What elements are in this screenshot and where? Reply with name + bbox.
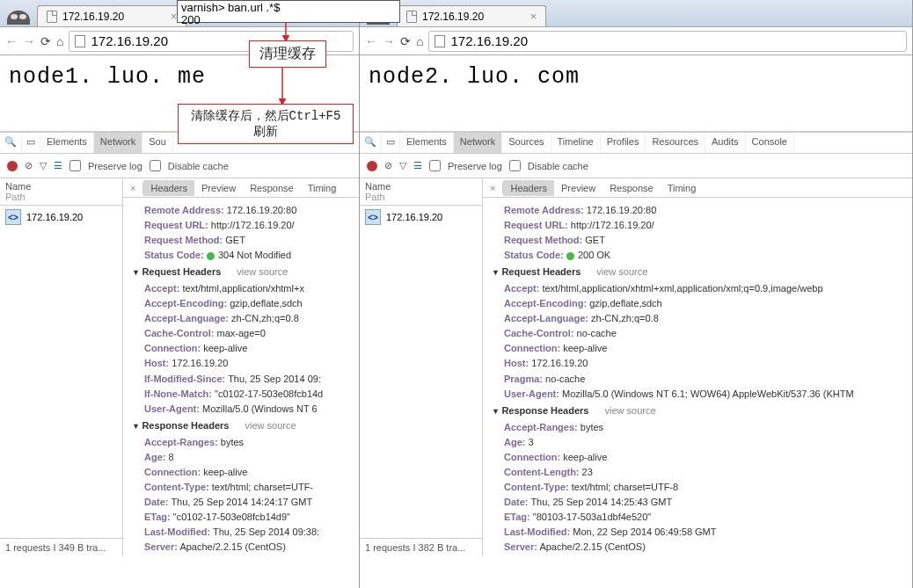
tab-audits[interactable]: Audits bbox=[705, 133, 746, 153]
page-title: node2. luo. com bbox=[369, 64, 903, 90]
status-bar: 1 requests I 349 B tra... bbox=[0, 538, 122, 556]
doc-icon: <> bbox=[5, 209, 21, 225]
request-list: NamePath <> 172.16.19.20 1 requests I 38… bbox=[360, 178, 483, 556]
preserve-log-label: Preserve log bbox=[88, 161, 142, 171]
tab-headers[interactable]: Headers bbox=[503, 180, 554, 196]
clear-icon[interactable]: ⊘ bbox=[384, 160, 392, 171]
view-icon[interactable]: ☰ bbox=[54, 160, 62, 171]
record-button[interactable] bbox=[7, 161, 18, 171]
forward-button: → bbox=[23, 34, 35, 48]
reload-button[interactable]: ⟳ bbox=[40, 34, 51, 48]
tab-elements[interactable]: Elements bbox=[40, 133, 94, 153]
network-toolbar: ⊘ ▽ ☰ Preserve log Disable cache bbox=[360, 154, 912, 178]
preserve-log-checkbox[interactable] bbox=[69, 160, 81, 171]
tab-console[interactable]: Console bbox=[746, 133, 794, 153]
preserve-log-label: Preserve log bbox=[448, 161, 502, 171]
browser-window-left: 172.16.19.20 × ← → ⟳ ⌂ 172.16.19.20 node… bbox=[0, 0, 360, 588]
varnish-command: varnish> ban.url .*$200 bbox=[177, 0, 400, 23]
forward-button: → bbox=[383, 34, 395, 48]
request-row[interactable]: <> 172.16.19.20 bbox=[0, 206, 122, 229]
filter-icon[interactable]: ▽ bbox=[40, 160, 47, 171]
url-text: 172.16.19.20 bbox=[91, 33, 168, 48]
network-toolbar: ⊘ ▽ ☰ Preserve log Disable cache bbox=[0, 154, 359, 178]
close-details[interactable]: × bbox=[123, 183, 143, 193]
status-bar: 1 requests I 382 B tra... bbox=[360, 538, 482, 556]
disable-cache-label: Disable cache bbox=[168, 161, 229, 171]
tab-timing[interactable]: Timing bbox=[661, 180, 704, 196]
headers-pane: Remote Address: 172.16.19.20:80Request U… bbox=[123, 198, 359, 556]
back-button[interactable]: ← bbox=[5, 34, 18, 48]
search-icon[interactable]: 🔍 bbox=[360, 133, 382, 153]
view-icon[interactable]: ☰ bbox=[413, 160, 422, 171]
nav-bar: ← → ⟳ ⌂ 172.16.19.20 bbox=[360, 27, 912, 55]
page-content: node2. luo. com bbox=[360, 55, 912, 133]
file-icon bbox=[435, 35, 445, 47]
disable-cache-checkbox[interactable] bbox=[509, 160, 521, 171]
tab-headers[interactable]: Headers bbox=[143, 180, 194, 196]
tab-resources[interactable]: Resources bbox=[646, 133, 705, 153]
record-button[interactable] bbox=[367, 161, 377, 171]
tab-title: 172.16.19.20 bbox=[62, 11, 124, 23]
request-row[interactable]: <> 172.16.19.20 bbox=[360, 206, 482, 229]
annotation-refresh: 清除缓存后，然后Ctrl+F5刷新 bbox=[178, 104, 354, 144]
home-button[interactable]: ⌂ bbox=[416, 34, 423, 48]
url-bar[interactable]: 172.16.19.20 bbox=[428, 31, 907, 52]
tab-preview[interactable]: Preview bbox=[554, 180, 603, 196]
tab-sources[interactable]: Sou bbox=[142, 133, 173, 153]
search-icon[interactable]: 🔍 bbox=[0, 133, 22, 153]
annotation-clear-cache: 清理缓存 bbox=[249, 40, 326, 68]
tab-timeline[interactable]: Timeline bbox=[551, 133, 601, 153]
preserve-log-checkbox[interactable] bbox=[429, 160, 441, 171]
home-button[interactable]: ⌂ bbox=[56, 34, 63, 48]
close-icon[interactable]: × bbox=[530, 11, 537, 23]
file-icon bbox=[47, 11, 57, 23]
devtools-tabs: 🔍 ▭ Elements Network Sources Timeline Pr… bbox=[360, 133, 912, 154]
tab-sources[interactable]: Sources bbox=[502, 133, 551, 153]
file-icon bbox=[75, 35, 85, 47]
close-details[interactable]: × bbox=[483, 183, 503, 193]
tab-title: 172.16.19.20 bbox=[422, 11, 484, 23]
disable-cache-checkbox[interactable] bbox=[150, 160, 161, 171]
request-name: 172.16.19.20 bbox=[386, 212, 442, 222]
tab-strip: 172.16.19.20 × bbox=[360, 0, 912, 27]
browser-tab[interactable]: 172.16.19.20 × bbox=[37, 5, 186, 26]
disable-cache-label: Disable cache bbox=[528, 161, 588, 171]
tab-network[interactable]: Network bbox=[454, 133, 502, 153]
browser-window-right: 172.16.19.20 × ← → ⟳ ⌂ 172.16.19.20 node… bbox=[360, 0, 913, 588]
headers-pane: Remote Address: 172.16.19.20:80Request U… bbox=[483, 198, 912, 556]
doc-icon: <> bbox=[365, 209, 381, 225]
request-name: 172.16.19.20 bbox=[26, 212, 83, 222]
request-list: NamePath <> 172.16.19.20 1 requests I 34… bbox=[0, 178, 123, 556]
tab-response[interactable]: Response bbox=[603, 180, 661, 196]
device-icon[interactable]: ▭ bbox=[382, 133, 400, 153]
file-icon bbox=[406, 11, 417, 23]
close-icon[interactable]: × bbox=[171, 11, 177, 23]
tab-timing[interactable]: Timing bbox=[301, 180, 344, 196]
detail-tabs: × Headers Preview Response Timing bbox=[483, 178, 912, 198]
incognito-icon bbox=[7, 11, 30, 25]
filter-icon[interactable]: ▽ bbox=[399, 160, 406, 171]
browser-tab[interactable]: 172.16.19.20 × bbox=[397, 5, 546, 26]
clear-icon[interactable]: ⊘ bbox=[25, 160, 33, 171]
tab-profiles[interactable]: Profiles bbox=[601, 133, 646, 153]
page-title: node1. luo. me bbox=[9, 64, 350, 90]
tab-network[interactable]: Network bbox=[94, 133, 142, 153]
reload-button[interactable]: ⟳ bbox=[400, 34, 411, 48]
tab-elements[interactable]: Elements bbox=[400, 133, 454, 153]
detail-tabs: × Headers Preview Response Timing bbox=[123, 178, 359, 198]
tab-response[interactable]: Response bbox=[243, 180, 301, 196]
device-icon[interactable]: ▭ bbox=[22, 133, 40, 153]
url-text: 172.16.19.20 bbox=[450, 33, 528, 48]
column-header[interactable]: NamePath bbox=[0, 178, 122, 206]
column-header[interactable]: NamePath bbox=[360, 178, 482, 206]
tab-preview[interactable]: Preview bbox=[194, 180, 243, 196]
back-button[interactable]: ← bbox=[365, 34, 377, 48]
